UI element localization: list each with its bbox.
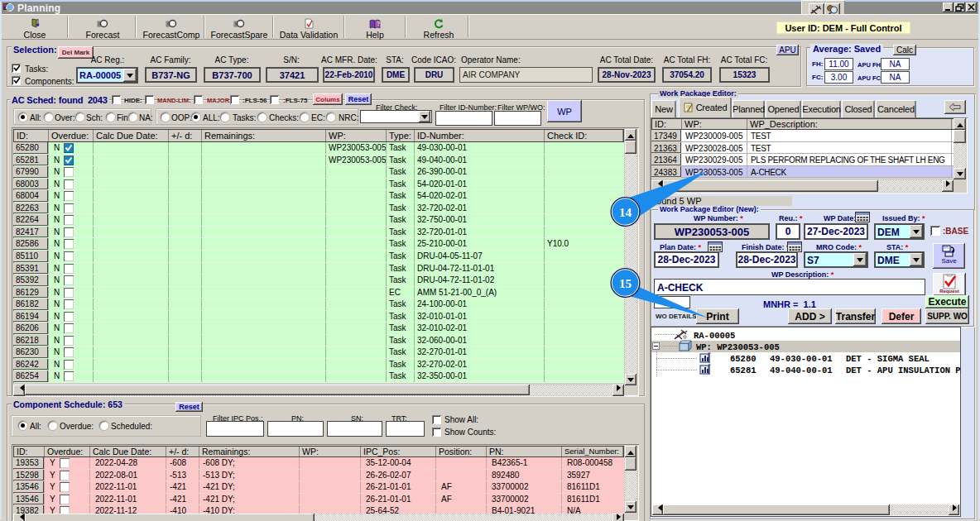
svg-text:14: 14 (619, 206, 632, 219)
svg-text:15: 15 (619, 277, 632, 290)
